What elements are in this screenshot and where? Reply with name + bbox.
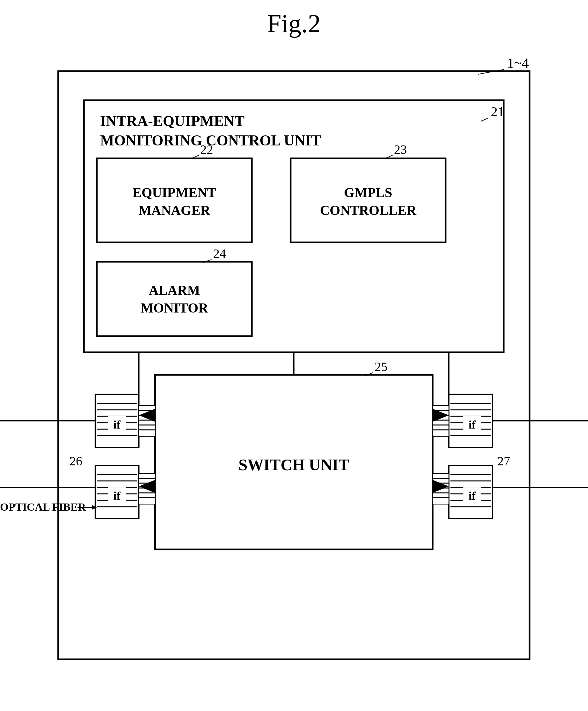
svg-rect-33 bbox=[463, 487, 481, 504]
label-23: 23 bbox=[394, 142, 407, 157]
svg-line-0 bbox=[478, 69, 504, 74]
if-right-bottom-box bbox=[449, 466, 492, 519]
arrow-right-bottom bbox=[433, 480, 449, 493]
svg-marker-59 bbox=[92, 505, 97, 510]
outer-equipment-box bbox=[58, 71, 529, 659]
arrow-left-bottom bbox=[139, 480, 155, 493]
monitoring-control-box bbox=[84, 100, 504, 352]
label-24: 24 bbox=[213, 246, 226, 261]
if-right-bottom-label: if bbox=[469, 489, 476, 502]
svg-line-5 bbox=[365, 373, 373, 376]
if-left-top-label: if bbox=[113, 415, 121, 428]
if-left-bottom-label: if bbox=[113, 489, 121, 502]
alarm-monitor-box bbox=[97, 262, 252, 336]
gmpls-line1: GMPLS bbox=[344, 185, 392, 200]
svg-rect-34 bbox=[139, 406, 155, 436]
switch-unit-label: SWITCH UNIT bbox=[238, 456, 349, 474]
switch-unit-box bbox=[155, 375, 433, 550]
equipment-manager-box bbox=[97, 158, 252, 242]
label-22: 22 bbox=[200, 142, 213, 157]
svg-line-3 bbox=[384, 155, 393, 159]
monitoring-title-line2: MONITORING CONTROL UNIT bbox=[100, 132, 321, 149]
label-21: 21 bbox=[491, 104, 504, 119]
arrow-left-top bbox=[139, 409, 155, 422]
gmpls-line2: CONTROLLER bbox=[320, 203, 416, 218]
svg-rect-46 bbox=[433, 406, 449, 436]
alarm-monitor-line2: MONITOR bbox=[140, 301, 208, 316]
equipment-manager-line1: EQUIPMENT bbox=[132, 185, 216, 200]
label-25: 25 bbox=[375, 359, 387, 374]
label-26: 26 bbox=[69, 454, 82, 468]
equipment-manager-line2: MANAGER bbox=[138, 203, 210, 218]
svg-rect-26 bbox=[463, 416, 481, 433]
arrow-right-top bbox=[433, 409, 449, 422]
svg-rect-52 bbox=[433, 473, 449, 504]
label-27: 27 bbox=[497, 454, 510, 468]
monitoring-title-line1: INTRA-EQUIPMENT bbox=[100, 113, 244, 129]
svg-line-4 bbox=[203, 259, 211, 262]
svg-rect-40 bbox=[139, 473, 155, 504]
svg-line-2 bbox=[190, 155, 199, 159]
svg-rect-19 bbox=[108, 487, 126, 504]
if-left-top-box bbox=[95, 394, 139, 448]
alarm-monitor-line1: ALARM bbox=[149, 283, 200, 298]
svg-rect-12 bbox=[108, 416, 126, 433]
gmpls-box bbox=[291, 158, 446, 242]
if-left-top-label: if bbox=[113, 418, 121, 431]
ref-label-1to4: 1~4 bbox=[507, 55, 529, 71]
figure-title: Fig.2 bbox=[267, 9, 321, 38]
optical-fiber-label: OPTICAL FIBER bbox=[0, 501, 86, 513]
svg-line-1 bbox=[481, 118, 488, 121]
diagram-svg: Fig.2 1~4 INTRA-EQUIPMENT MONITORING CON… bbox=[0, 0, 588, 711]
if-left-bottom-box bbox=[95, 466, 139, 519]
if-right-top-box bbox=[449, 394, 492, 448]
if-right-top-label: if bbox=[469, 418, 476, 431]
